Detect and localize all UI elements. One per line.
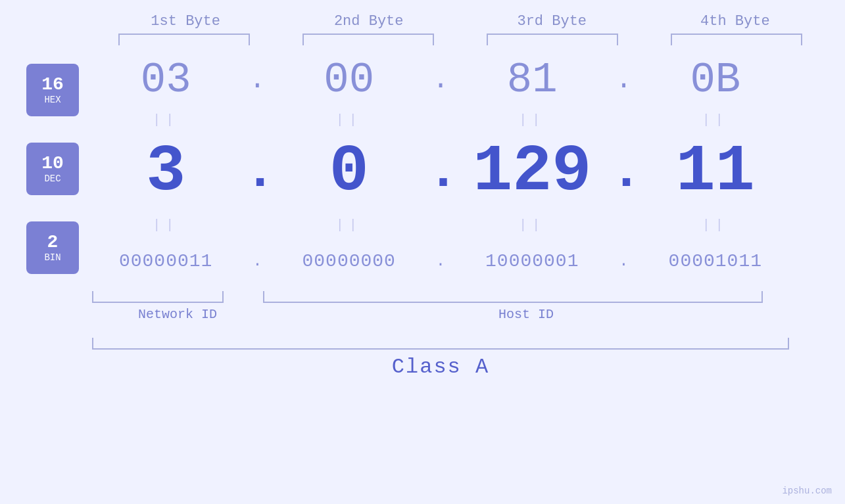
bin-dot-3: . — [611, 252, 637, 270]
byte-headers: 1st Byte 2nd Byte 3rd Byte 4th Byte — [112, 13, 809, 30]
bin-value-4: 00001011 — [669, 251, 762, 271]
sep-2-3: || — [463, 218, 601, 233]
watermark: ipshu.com — [782, 486, 832, 496]
page-layout: 1st Byte 2nd Byte 3rd Byte 4th Byte 16 H… — [0, 0, 845, 379]
hex-cell-2: 00 — [280, 57, 418, 104]
dec-cell-1: 3 — [97, 139, 235, 205]
bin-cell-2: 00000000 — [280, 251, 418, 271]
bin-badge-label: BIN — [44, 252, 60, 263]
class-label-container: Class A — [92, 355, 789, 379]
separator-1: || || || || — [92, 110, 789, 129]
bin-value-1: 00000011 — [119, 251, 212, 271]
hex-cell-1: 03 — [97, 57, 235, 104]
bin-value-3: 10000001 — [485, 251, 579, 271]
hex-badge-label: HEX — [44, 95, 60, 105]
top-brackets — [112, 34, 809, 45]
dec-cell-3: 129 — [463, 139, 601, 205]
bracket-host-id — [263, 291, 763, 303]
byte-header-4: 4th Byte — [666, 13, 804, 30]
header-section: 1st Byte 2nd Byte 3rd Byte 4th Byte — [112, 13, 835, 45]
id-labels: Network ID Host ID — [92, 307, 789, 322]
dec-value-4: 11 — [676, 135, 755, 209]
bin-badge-number: 2 — [47, 233, 59, 253]
hex-dot-1: . — [244, 64, 270, 96]
hex-badge-number: 16 — [41, 75, 64, 95]
dec-dot-3: . — [611, 146, 637, 198]
bottom-brackets — [92, 291, 789, 303]
sep-1-4: || — [646, 112, 785, 127]
hex-cell-4: 0B — [646, 57, 785, 104]
content-area: 16 HEX 10 DEC 2 BIN 03 . 00 — [0, 51, 815, 379]
byte-header-2: 2nd Byte — [300, 13, 438, 30]
dec-value-3: 129 — [473, 135, 591, 209]
hex-value-3: 81 — [507, 57, 558, 104]
class-label: Class A — [392, 355, 489, 379]
bracket-top-3 — [487, 34, 618, 45]
hex-dot-3: . — [611, 64, 637, 96]
dec-badge: 10 DEC — [26, 143, 79, 195]
hex-value-4: 0B — [690, 57, 740, 104]
byte-header-3: 3rd Byte — [483, 13, 621, 30]
bin-cell-1: 00000011 — [97, 251, 235, 271]
bracket-top-2 — [302, 34, 434, 45]
bin-dot-2: . — [427, 252, 454, 270]
network-id-label: Network ID — [92, 307, 263, 322]
bin-cell-3: 10000001 — [463, 251, 601, 271]
hex-value-2: 00 — [324, 57, 374, 104]
sep-1-3: || — [463, 112, 601, 127]
sep-1-1: || — [97, 112, 235, 127]
host-id-label: Host ID — [263, 307, 789, 322]
hex-cell-3: 81 — [463, 57, 601, 104]
dec-dot-1: . — [244, 146, 270, 198]
sep-2-2: || — [280, 218, 418, 233]
class-bracket — [92, 338, 789, 350]
bracket-top-4 — [671, 34, 802, 45]
hex-dot-2: . — [427, 64, 454, 96]
bracket-top-1 — [118, 34, 250, 45]
hex-row: 03 . 00 . 81 . 0B — [92, 51, 789, 110]
bin-row: 00000011 . 00000000 . 10000001 . 0000101… — [92, 235, 789, 287]
separator-2: || || || || — [92, 215, 789, 235]
dec-row: 3 . 0 . 129 . 11 — [92, 129, 789, 215]
dec-badge-number: 10 — [41, 154, 64, 174]
dec-cell-2: 0 — [280, 139, 418, 205]
dec-cell-4: 11 — [646, 139, 785, 205]
dec-value-1: 3 — [146, 135, 185, 209]
data-rows: 03 . 00 . 81 . 0B || || — [92, 51, 815, 379]
dec-value-2: 0 — [329, 135, 369, 209]
hex-value-1: 03 — [141, 57, 191, 104]
sep-2-4: || — [646, 218, 785, 233]
bracket-network-id — [92, 291, 224, 303]
bin-badge: 2 BIN — [26, 221, 79, 274]
dec-dot-2: . — [427, 146, 454, 198]
badges-column: 16 HEX 10 DEC 2 BIN — [26, 51, 79, 274]
bin-cell-4: 00001011 — [646, 251, 785, 271]
bin-dot-1: . — [244, 252, 270, 270]
bin-value-2: 00000000 — [302, 251, 395, 271]
sep-2-1: || — [97, 218, 235, 233]
hex-badge: 16 HEX — [26, 64, 79, 116]
byte-header-1: 1st Byte — [116, 13, 254, 30]
sep-1-2: || — [280, 112, 418, 127]
dec-badge-label: DEC — [44, 173, 60, 184]
